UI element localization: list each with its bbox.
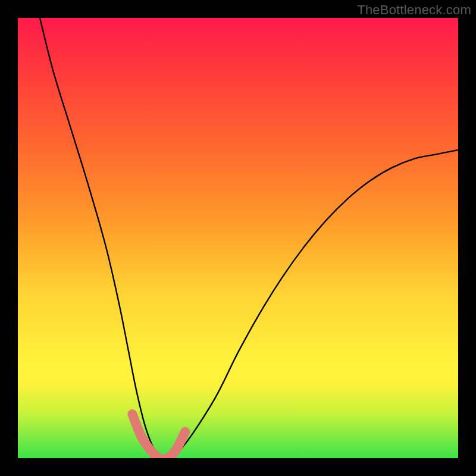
bottleneck-highlight [132,414,185,458]
chart-frame: TheBottleneck.com [0,0,476,476]
plot-area [18,18,458,458]
watermark-text: TheBottleneck.com [357,2,471,18]
bottleneck-curve [40,18,458,458]
chart-svg [18,18,458,458]
